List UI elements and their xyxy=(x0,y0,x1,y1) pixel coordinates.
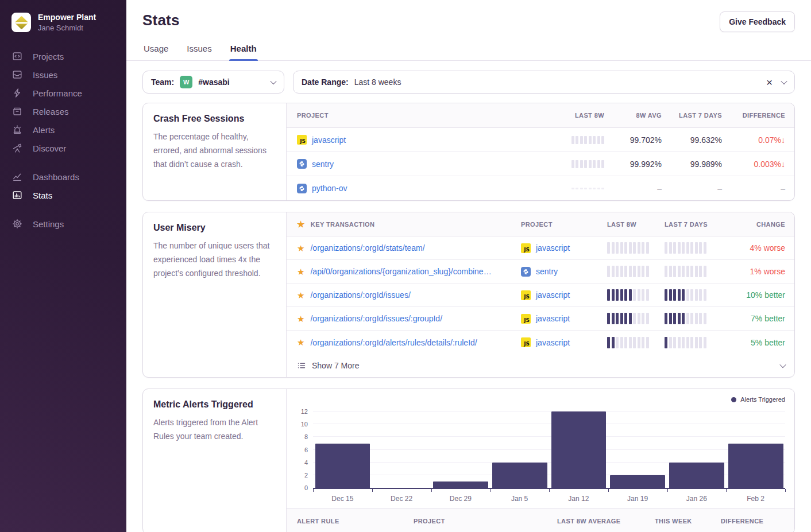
transaction-link[interactable]: /organizations/:orgId/stats/team/ xyxy=(310,243,424,253)
javascript-icon: JS xyxy=(521,337,531,347)
transaction-link[interactable]: /organizations/:orgId/issues/ xyxy=(310,290,410,300)
alerts-triggered-chart: Alerts Triggered 024681012 Dec 15Dec 22D… xyxy=(287,389,794,508)
bar-slot xyxy=(372,407,431,488)
bar-jan-12[interactable] xyxy=(551,411,607,488)
tab-health[interactable]: Health xyxy=(229,44,258,60)
last-8w-sparkline-cell xyxy=(607,337,665,348)
key-transaction-cell: ★/organizations/:orgId/alerts/rules/deta… xyxy=(297,338,521,347)
bar-dec-15[interactable] xyxy=(315,444,370,488)
bar-dec-29[interactable] xyxy=(433,481,488,488)
sidebar-item-stats[interactable]: Stats xyxy=(0,186,126,204)
column-header: LAST 8W xyxy=(607,221,665,228)
metric-alerts-panel: Metric Alerts Triggered Alerts triggered… xyxy=(142,389,795,532)
org-name: Empower Plant xyxy=(38,13,96,22)
8w-avg-value: 99.992% xyxy=(604,160,662,169)
sidebar-item-projects[interactable]: Projects xyxy=(0,47,126,65)
show-more-button[interactable]: Show 7 More xyxy=(287,354,794,377)
team-avatar: W xyxy=(180,76,192,88)
bar-jan-19[interactable] xyxy=(610,475,665,488)
x-axis-tick-label: Dec 15 xyxy=(313,495,372,503)
column-header: PROJECT xyxy=(414,518,557,525)
table-row: python-ov––– xyxy=(287,176,794,200)
y-axis-tick-label: 8 xyxy=(304,433,308,440)
project-link[interactable]: javascript xyxy=(536,338,570,347)
dashboards-icon xyxy=(11,171,23,182)
last-8w-sparkline-cell xyxy=(607,266,665,277)
change-value: 5% better xyxy=(722,338,785,347)
tab-issues[interactable]: Issues xyxy=(186,44,213,60)
project-link[interactable]: javascript xyxy=(536,314,570,323)
star-icon[interactable]: ★ xyxy=(297,267,304,276)
sparkline xyxy=(571,136,605,144)
javascript-icon: JS xyxy=(297,135,307,145)
x-axis-tick-label: Feb 2 xyxy=(726,495,785,503)
sparkline xyxy=(607,242,649,254)
transaction-link[interactable]: /organizations/:orgId/issues/:groupId/ xyxy=(310,314,442,323)
last-7-days-value: – xyxy=(662,184,722,193)
axis-tick xyxy=(372,489,373,492)
sparkline xyxy=(665,266,706,277)
chart-legend: Alerts Triggered xyxy=(287,395,794,407)
column-header-key-transaction: ★KEY TRANSACTION xyxy=(297,220,521,228)
transaction-link[interactable]: /organizations/:orgId/alerts/rules/detai… xyxy=(310,338,477,347)
project-link[interactable]: sentry xyxy=(312,160,334,169)
y-axis-tick-label: 10 xyxy=(301,421,308,428)
sparkline xyxy=(665,337,706,348)
project-link[interactable]: sentry xyxy=(536,267,558,276)
list-icon xyxy=(297,361,306,370)
sidebar-item-alerts[interactable]: Alerts xyxy=(0,121,126,139)
project-cell: sentry xyxy=(297,159,535,169)
difference-value: – xyxy=(722,184,785,193)
date-range-filter[interactable]: Date Range: Last 8 weeks × xyxy=(293,71,795,94)
star-icon[interactable]: ★ xyxy=(297,338,304,347)
sidebar-item-discover[interactable]: Discover xyxy=(0,139,126,157)
table-row: ★/organizations/:orgId/issues/JSjavascri… xyxy=(287,284,794,307)
user-misery-panel: User Misery The number of unique users t… xyxy=(142,212,795,378)
project-link[interactable]: javascript xyxy=(536,290,570,300)
stats-icon xyxy=(11,189,23,201)
bar-jan-5[interactable] xyxy=(492,463,547,488)
crash-free-sessions-panel: Crash Free Sessions The percentage of he… xyxy=(142,103,795,201)
sidebar-item-performance[interactable]: Performance xyxy=(0,84,126,102)
content-area: Team: W #wasabi Date Range: Last 8 weeks… xyxy=(126,61,811,532)
issues-icon xyxy=(11,69,23,80)
star-icon[interactable]: ★ xyxy=(297,314,304,323)
project-link[interactable]: javascript xyxy=(536,243,570,253)
axis-tick xyxy=(667,489,668,492)
bar-jan-26[interactable] xyxy=(669,463,724,488)
transaction-link[interactable]: /api/0/organizations/{organization_slug}… xyxy=(310,267,491,276)
org-switcher[interactable]: Empower Plant Jane Schmidt xyxy=(0,13,126,32)
sidebar-item-label: Dashboards xyxy=(33,172,79,182)
chevron-down-icon xyxy=(779,362,786,368)
axis-tick xyxy=(726,489,727,492)
user-misery-description: The number of unique users that experien… xyxy=(153,239,276,280)
give-feedback-button[interactable]: Give Feedback xyxy=(720,11,795,32)
y-axis-tick-label: 6 xyxy=(304,446,308,453)
project-link[interactable]: python-ov xyxy=(312,184,347,193)
bar-series xyxy=(313,407,785,488)
star-icon[interactable]: ★ xyxy=(297,291,304,300)
star-icon[interactable]: ★ xyxy=(297,244,304,253)
javascript-icon: JS xyxy=(521,290,531,300)
bar-slot xyxy=(608,407,667,488)
team-filter[interactable]: Team: W #wasabi xyxy=(142,71,284,94)
table-row: ★/api/0/organizations/{organization_slug… xyxy=(287,260,794,284)
sidebar-item-releases[interactable]: Releases xyxy=(0,102,126,121)
sparkline xyxy=(571,160,605,168)
tab-usage[interactable]: Usage xyxy=(142,44,169,60)
crash-free-description-card: Crash Free Sessions The percentage of he… xyxy=(143,103,287,200)
org-logo-icon xyxy=(11,13,31,32)
sidebar-item-dashboards[interactable]: Dashboards xyxy=(0,168,126,186)
sidebar-item-settings[interactable]: Settings xyxy=(0,215,126,233)
python-icon xyxy=(297,184,307,193)
axis-tick xyxy=(431,489,432,492)
performance-icon xyxy=(11,87,23,99)
x-axis-tick-label: Dec 22 xyxy=(372,495,431,503)
clear-icon[interactable]: × xyxy=(766,77,773,88)
chevron-down-icon xyxy=(781,78,787,84)
sidebar-item-issues[interactable]: Issues xyxy=(0,65,126,84)
bar-feb-2[interactable] xyxy=(728,444,783,488)
sparkline xyxy=(571,188,605,189)
table-row: JSjavascript99.702%99.632%0.07% ↓ xyxy=(287,128,794,152)
project-link[interactable]: javascript xyxy=(312,135,346,145)
